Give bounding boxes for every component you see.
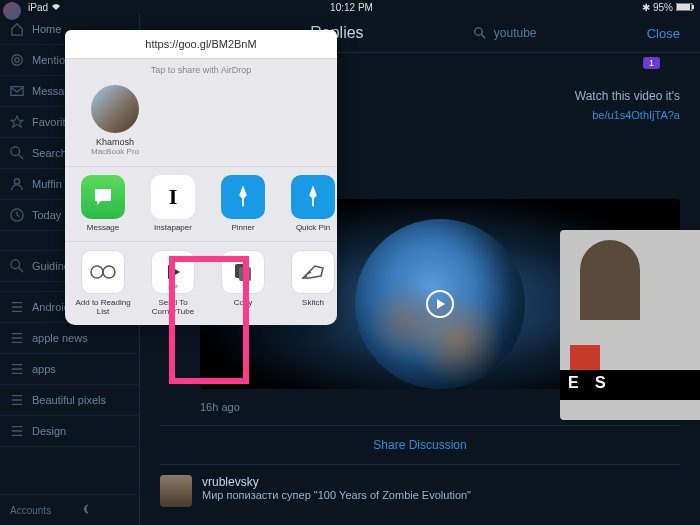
at-icon bbox=[10, 53, 24, 67]
home-icon bbox=[10, 22, 24, 36]
search-term: youtube bbox=[494, 26, 537, 40]
sidebar-item-label: Beautiful pixels bbox=[32, 394, 106, 406]
reply-avatar[interactable] bbox=[160, 475, 192, 507]
airdrop-label: Tap to share with AirDrop bbox=[65, 59, 337, 81]
action-label: Add to Reading List bbox=[71, 298, 135, 317]
sidebar-item-label: Search bbox=[32, 147, 67, 159]
share-sheet: https://goo.gl/BM2BnM Tap to share with … bbox=[65, 30, 337, 325]
action-label: Send To CornerTube bbox=[141, 298, 205, 317]
app-label: Pinner bbox=[211, 223, 275, 233]
sidebar-item-apps[interactable]: apps bbox=[0, 354, 139, 385]
clock-icon bbox=[10, 208, 24, 222]
svg-point-4 bbox=[15, 58, 19, 62]
video-side-thumbnail[interactable]: E S bbox=[560, 230, 700, 420]
moon-icon[interactable] bbox=[81, 503, 93, 517]
share-action-readinglist[interactable]: Add to Reading List bbox=[71, 250, 135, 317]
video-side-text: E S bbox=[560, 370, 700, 400]
airdrop-name: Khamosh bbox=[75, 137, 155, 147]
airdrop-device: MacBook Pro bbox=[75, 147, 155, 156]
pinner-icon bbox=[221, 175, 265, 219]
sidebar-item-label: apple news bbox=[32, 332, 88, 344]
user-icon bbox=[10, 177, 24, 191]
share-action-skitch[interactable]: Skitch bbox=[281, 250, 337, 317]
share-app-pinner[interactable]: Pinner bbox=[211, 175, 275, 233]
share-row-actions: Add to Reading List PiPSend To CornerTub… bbox=[65, 241, 337, 325]
list-icon bbox=[10, 331, 24, 345]
instapaper-icon: I bbox=[151, 175, 195, 219]
skitch-icon bbox=[291, 250, 335, 294]
svg-rect-14 bbox=[239, 267, 251, 281]
sidebar-item-design[interactable]: Design bbox=[0, 416, 139, 447]
svg-point-3 bbox=[12, 55, 23, 66]
reply-username[interactable]: vrublevsky bbox=[202, 475, 680, 489]
sidebar-item-label: Design bbox=[32, 425, 66, 437]
sidebar-item-label: Muffin bbox=[32, 178, 62, 190]
sidebar-item-label: apps bbox=[32, 363, 56, 375]
share-url[interactable]: https://goo.gl/BM2BnM bbox=[65, 30, 337, 59]
svg-point-9 bbox=[11, 260, 20, 269]
list-icon bbox=[10, 300, 24, 314]
mail-icon bbox=[10, 84, 24, 98]
cornertube-icon: PiP bbox=[151, 250, 195, 294]
red-block bbox=[570, 345, 600, 370]
sidebar-item-label: Today bbox=[32, 209, 61, 221]
svg-rect-1 bbox=[677, 4, 690, 10]
battery-percent: 95% bbox=[653, 2, 673, 13]
list-icon bbox=[10, 362, 24, 376]
action-label: Copy bbox=[211, 298, 275, 308]
share-app-quickpin[interactable]: Quick Pin bbox=[281, 175, 345, 233]
readinglist-icon bbox=[81, 250, 125, 294]
svg-point-11 bbox=[91, 266, 103, 278]
profile-avatar[interactable] bbox=[3, 2, 21, 20]
svg-point-10 bbox=[475, 28, 483, 36]
svg-rect-2 bbox=[692, 5, 694, 9]
list-icon bbox=[10, 393, 24, 407]
device-label: iPad bbox=[28, 2, 48, 13]
airdrop-avatar-icon bbox=[91, 85, 139, 133]
search-icon bbox=[10, 146, 24, 160]
share-app-message[interactable]: Message bbox=[71, 175, 135, 233]
close-button[interactable]: Close bbox=[647, 26, 680, 41]
search-icon bbox=[10, 259, 24, 273]
app-label: Message bbox=[71, 223, 135, 233]
app-label: Instapaper bbox=[141, 223, 205, 233]
svg-point-12 bbox=[103, 266, 115, 278]
sidebar-item-applenews[interactable]: apple news bbox=[0, 323, 139, 354]
reply-post[interactable]: vrublevsky Мир попизасти супер "100 Year… bbox=[160, 475, 680, 507]
sidebar-item-beautifulpixels[interactable]: Beautiful pixels bbox=[0, 385, 139, 416]
accounts-button[interactable]: Accounts bbox=[10, 505, 51, 516]
play-icon[interactable] bbox=[426, 290, 454, 318]
reply-text: Мир попизасти супер "100 Years of Zombie… bbox=[202, 489, 680, 501]
share-action-copy[interactable]: Copy bbox=[211, 250, 275, 317]
share-discussion-button[interactable]: Share Discussion bbox=[160, 426, 680, 465]
status-time: 10:12 PM bbox=[330, 2, 373, 13]
svg-point-6 bbox=[11, 147, 20, 156]
svg-point-7 bbox=[14, 179, 19, 184]
action-label: Skitch bbox=[281, 298, 337, 308]
list-icon bbox=[10, 424, 24, 438]
quickpin-icon bbox=[291, 175, 335, 219]
airdrop-target[interactable]: Khamosh MacBook Pro bbox=[75, 85, 155, 156]
wifi-icon bbox=[51, 2, 61, 13]
sidebar-item-label: Home bbox=[32, 23, 61, 35]
copy-icon bbox=[221, 250, 265, 294]
star-icon bbox=[10, 115, 24, 129]
battery-icon bbox=[676, 2, 694, 13]
share-app-instapaper[interactable]: IInstapaper bbox=[141, 175, 205, 233]
svg-rect-5 bbox=[11, 87, 23, 96]
status-bar: iPad 10:12 PM ✱ 95% bbox=[0, 0, 700, 14]
app-label: Quick Pin bbox=[281, 223, 345, 233]
share-row-apps: Message IInstapaper Pinner Quick Pin bbox=[65, 166, 337, 241]
message-icon bbox=[81, 175, 125, 219]
share-action-cornertube[interactable]: PiPSend To CornerTube bbox=[141, 250, 205, 317]
search-icon bbox=[474, 27, 486, 39]
bluetooth-icon: ✱ bbox=[642, 2, 650, 13]
notification-badge[interactable]: 1 bbox=[643, 57, 660, 69]
